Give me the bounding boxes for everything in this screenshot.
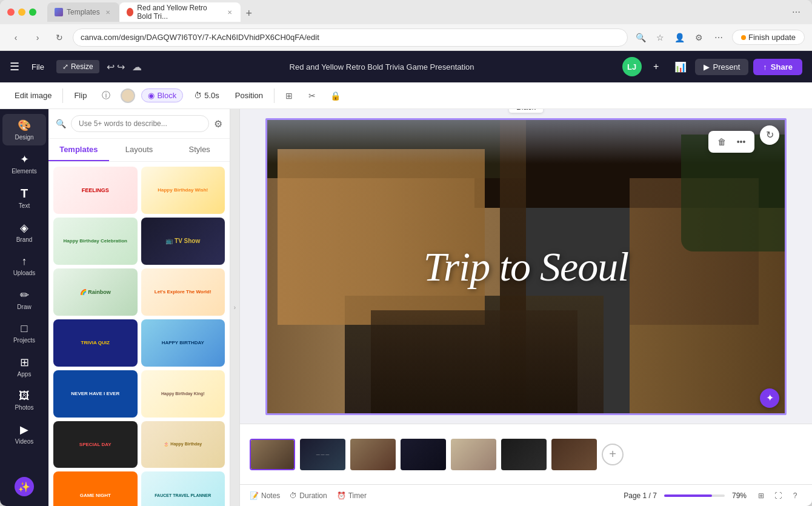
canvas-magic-button[interactable]: ✦ bbox=[760, 388, 779, 408]
add-collaborator-button[interactable]: + bbox=[647, 57, 666, 76]
canva-favicon bbox=[127, 8, 134, 16]
photos-icon: 🖼 bbox=[19, 390, 30, 402]
sidebar-item-photos[interactable]: 🖼 Photos bbox=[2, 385, 46, 416]
notes-control[interactable]: 📝 Notes bbox=[250, 491, 280, 500]
tab-layouts[interactable]: Layouts bbox=[109, 139, 170, 161]
undo-button[interactable]: ↩ bbox=[107, 61, 115, 73]
profile-icon[interactable]: 👤 bbox=[671, 29, 688, 46]
template-item-1[interactable]: FEELINGS bbox=[53, 167, 138, 214]
template-item-5[interactable]: 🌈 Rainbow bbox=[53, 268, 138, 316]
info-icon[interactable]: ⓘ bbox=[98, 87, 115, 104]
sidebar-item-videos[interactable]: ▶ Videos bbox=[2, 418, 46, 450]
slide-canvas[interactable]: 🗑 ••• Trip to Seoul bbox=[265, 118, 787, 415]
template-item-6[interactable]: Let's Explore The World! bbox=[141, 268, 225, 316]
film-slide-7[interactable]: 7 bbox=[551, 439, 597, 470]
tab-canva-close[interactable]: ✕ bbox=[226, 8, 233, 16]
sidebar-icons: 🎨 Design ✦ Elements T Text ◈ Brand ↑ bbox=[0, 109, 48, 506]
zoom-slider[interactable] bbox=[664, 494, 725, 497]
present-button[interactable]: ▶ Present bbox=[695, 59, 749, 75]
film-slide-1[interactable]: 1 bbox=[250, 439, 295, 470]
resize-button[interactable]: ⤢ Resize bbox=[56, 60, 99, 73]
lock-icon[interactable]: 🔒 bbox=[327, 87, 344, 104]
filter-icon[interactable]: ⚙ bbox=[214, 118, 222, 130]
address-bar[interactable]: canva.com/design/DAGQW7I6T0Y/7-KAcN6IDVh… bbox=[73, 28, 628, 47]
filmstrip: 1 — — — 2 3 4 bbox=[240, 424, 812, 484]
sidebar-item-design[interactable]: 🎨 Design bbox=[2, 114, 46, 145]
user-avatar[interactable]: LJ bbox=[622, 57, 642, 76]
sidebar-item-apps[interactable]: ⊞ Apps bbox=[2, 351, 46, 382]
film-slide-4[interactable]: 4 bbox=[401, 439, 446, 470]
back-button[interactable]: ‹ bbox=[7, 29, 24, 46]
duration-control[interactable]: ⏱ Duration bbox=[290, 491, 327, 500]
more-options-button[interactable]: ••• bbox=[733, 133, 750, 150]
block-button[interactable]: ◉ Block bbox=[141, 88, 183, 102]
tab-templates[interactable]: Templates bbox=[48, 139, 109, 161]
tab-templates-close[interactable]: ✕ bbox=[104, 8, 112, 16]
file-menu[interactable]: File bbox=[27, 60, 49, 74]
more-icon[interactable]: ⋯ bbox=[710, 29, 727, 46]
tab-canva[interactable]: Red and Yellow Retro Bold Tri... ✕ bbox=[119, 2, 241, 22]
refresh-button[interactable]: ↻ bbox=[51, 29, 68, 46]
bookmark-icon[interactable]: ☆ bbox=[652, 29, 669, 46]
film-slide-5[interactable]: 5 bbox=[451, 439, 496, 470]
tab-templates-label: Templates bbox=[67, 8, 100, 16]
finish-update-button[interactable]: Finish update bbox=[732, 30, 805, 45]
template-item-3[interactable]: Happy Birthday Celebration bbox=[53, 218, 138, 265]
duration-button[interactable]: ⏱ 5.0s bbox=[189, 88, 224, 102]
film-slide-6[interactable]: 6 bbox=[501, 439, 547, 470]
template-item-12[interactable]: 🎂 Happy Birthday bbox=[141, 421, 225, 468]
template-item-9[interactable]: NEVER HAVE I EVER bbox=[53, 370, 138, 418]
sidebar-item-text[interactable]: T Text bbox=[2, 182, 46, 214]
canvas-refresh-button[interactable]: ↻ bbox=[760, 125, 779, 145]
fullscreen-icon[interactable]: ⛶ bbox=[771, 488, 785, 503]
sidebar-item-projects[interactable]: □ Projects bbox=[2, 318, 46, 348]
flip-button[interactable]: Flip bbox=[69, 88, 92, 102]
position-button[interactable]: Position bbox=[230, 88, 268, 102]
tab-templates[interactable]: Templates ✕ bbox=[47, 2, 119, 22]
grid-icon[interactable]: ⊞ bbox=[281, 87, 298, 104]
timer-control[interactable]: ⏰ Timer bbox=[337, 491, 367, 500]
template-item-4[interactable]: 📺 TV Show bbox=[141, 218, 225, 265]
sidebar-item-uploads[interactable]: ↑ Uploads bbox=[2, 250, 46, 281]
block-icon: ◉ bbox=[148, 91, 155, 100]
delete-button[interactable]: 🗑 bbox=[713, 133, 730, 150]
redo-button[interactable]: ↪ bbox=[117, 61, 125, 73]
panel-collapse-handle[interactable]: › bbox=[230, 109, 240, 506]
sidebar-item-more[interactable]: ✨ bbox=[2, 472, 46, 501]
hamburger-menu[interactable]: ☰ bbox=[10, 60, 19, 73]
template-item-13[interactable]: GAME NIGHT bbox=[53, 471, 138, 506]
sidebar-item-elements[interactable]: ✦ Elements bbox=[2, 148, 46, 179]
template-item-14[interactable]: FAUCET TRAVEL PLANNER bbox=[141, 471, 225, 506]
search-input[interactable] bbox=[71, 115, 209, 132]
template-item-8[interactable]: HAPPY BIRTHDAY bbox=[141, 319, 225, 367]
sidebar-item-brand[interactable]: ◈ Brand bbox=[2, 216, 46, 248]
film-slide-3[interactable]: 3 bbox=[350, 439, 396, 470]
close-traffic-light[interactable] bbox=[7, 8, 15, 16]
zoom-slider-fill bbox=[664, 494, 712, 497]
browser-toolbar-icons: 🔍 ☆ 👤 ⚙ ⋯ bbox=[633, 29, 727, 46]
sidebar-item-draw[interactable]: ✏ Draw bbox=[2, 284, 46, 315]
add-slide-button[interactable]: + bbox=[602, 444, 624, 465]
edit-image-button[interactable]: Edit image bbox=[10, 88, 56, 102]
slide-title[interactable]: Trip to Seoul bbox=[267, 246, 785, 287]
extensions-icon[interactable]: ⚙ bbox=[691, 29, 708, 46]
fullscreen-traffic-light[interactable] bbox=[29, 8, 36, 16]
help-icon[interactable]: ? bbox=[788, 488, 802, 503]
forward-button[interactable]: › bbox=[29, 29, 46, 46]
tab-add-button[interactable]: + bbox=[241, 5, 258, 22]
minimize-traffic-light[interactable] bbox=[18, 8, 25, 16]
share-button[interactable]: ↑ Share bbox=[753, 59, 802, 75]
template-item-10[interactable]: Happy Birthday King! bbox=[141, 370, 225, 418]
search-icon: 🔍 bbox=[56, 119, 66, 128]
zoom-icon[interactable]: 🔍 bbox=[633, 29, 650, 46]
grid-view-icon[interactable]: ⊞ bbox=[754, 488, 768, 503]
window-minimize-icon[interactable]: ⋯ bbox=[788, 4, 805, 21]
template-item-11[interactable]: SPECIAL DAY bbox=[53, 421, 138, 468]
tab-styles[interactable]: Styles bbox=[169, 139, 230, 161]
crop-icon[interactable]: ✂ bbox=[304, 87, 321, 104]
film-slide-2[interactable]: — — — 2 bbox=[300, 439, 345, 470]
template-item-7[interactable]: TRIVIA QUIZ bbox=[53, 319, 138, 367]
chart-icon[interactable]: 📊 bbox=[671, 57, 690, 76]
template-item-2[interactable]: Happy Birthday Wish! bbox=[141, 167, 225, 214]
color-picker[interactable] bbox=[121, 88, 135, 103]
